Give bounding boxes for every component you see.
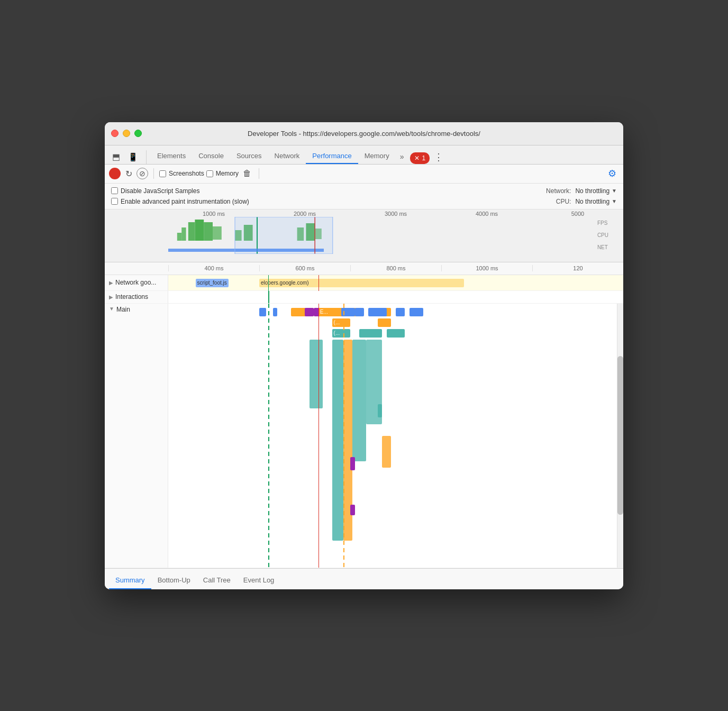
settings-row-2: Enable advanced paint instrumentation (s… [111, 196, 617, 207]
main-track-row: ▼ Main E... (... [105, 304, 623, 568]
advanced-paint-text: Enable advanced paint instrumentation (s… [121, 198, 249, 205]
memory-checkbox-label[interactable]: Memory [206, 170, 239, 177]
fb-orange-tall-2[interactable] [382, 436, 391, 468]
selection-overlay[interactable] [235, 217, 333, 254]
inspect-element-icon[interactable]: ⬒ [109, 150, 123, 164]
cpu-label: CPU: [556, 198, 571, 205]
reload-button[interactable]: ↻ [123, 168, 134, 179]
minimize-button[interactable] [123, 130, 130, 137]
clear-recordings-button[interactable]: 🗑 [241, 168, 253, 179]
overview-mark-1000: 1000 ms [168, 211, 259, 217]
settings-right: ⚙ [605, 167, 619, 180]
fb-purple-small[interactable] [350, 505, 355, 515]
settings-left-2: Enable advanced paint instrumentation (s… [111, 198, 556, 205]
svg-rect-4 [204, 222, 213, 241]
device-mode-icon[interactable]: 📱 [126, 150, 140, 164]
fb-teal-2[interactable] [387, 329, 405, 338]
tabs-bar: ⬒ 📱 Elements Console Sources Network Per… [105, 145, 623, 165]
divider [153, 168, 154, 179]
fb-blue-6[interactable] [396, 308, 405, 316]
main-track-name: Main [116, 306, 130, 313]
close-button[interactable] [111, 130, 119, 137]
network-track-row: ▶ Network goo... script_foot.js elopers.… [105, 275, 623, 291]
settings-right-1: Network: No throttling ▼ [546, 187, 617, 195]
svg-rect-1 [181, 227, 186, 241]
network-track-content: script_foot.js elopers.google.com) [168, 275, 623, 291]
clear-button[interactable]: ⊘ [136, 168, 148, 179]
scrollbar[interactable] [617, 304, 623, 568]
fb-teal-thin[interactable] [378, 404, 383, 417]
tab-memory[interactable]: Memory [358, 149, 396, 164]
bottom-tab-call-tree[interactable]: Call Tree [197, 572, 237, 589]
main-green-dashed [268, 304, 269, 568]
fb-purple-1[interactable] [305, 308, 314, 316]
divider2 [259, 168, 259, 179]
network-track-label[interactable]: ▶ Network goo... [105, 275, 168, 290]
main-track-content[interactable]: E... (... (... [168, 304, 623, 568]
more-options-icon[interactable]: ⋮ [430, 150, 448, 164]
record-button[interactable] [109, 168, 121, 179]
fb-blue-1[interactable] [259, 308, 266, 316]
advanced-paint-label[interactable]: Enable advanced paint instrumentation (s… [111, 198, 556, 205]
net-label: NET [597, 244, 608, 250]
screenshots-checkbox-label[interactable]: Screenshots [159, 170, 204, 177]
fb-teal-tall-1[interactable] [310, 340, 323, 408]
network-seg-2[interactable]: elopers.google.com) [259, 279, 464, 287]
time-mark-120: 120 [532, 265, 623, 271]
time-mark-1000: 1000 ms [441, 265, 532, 271]
main-orange-dashed [343, 304, 344, 568]
time-mark-800: 800 ms [350, 265, 441, 271]
disable-js-checkbox[interactable] [111, 187, 118, 194]
tab-performance[interactable]: Performance [306, 149, 358, 164]
fb-paren-1[interactable]: (... [332, 318, 350, 327]
fps-label: FPS [597, 220, 608, 226]
traffic-lights [111, 130, 142, 137]
scrollbar-thumb[interactable] [617, 356, 623, 514]
tab-elements[interactable]: Elements [151, 149, 192, 164]
tab-console[interactable]: Console [192, 149, 230, 164]
overview-mark-2000: 2000 ms [259, 211, 350, 217]
overview-side-labels: FPS CPU NET [597, 217, 608, 254]
disable-js-label[interactable]: Disable JavaScript Samples [111, 187, 546, 195]
svg-rect-5 [213, 226, 222, 240]
fb-purple-tall[interactable] [350, 457, 355, 470]
maximize-button[interactable] [134, 130, 142, 137]
fb-paren-2[interactable]: (... [332, 329, 350, 338]
disable-js-text: Disable JavaScript Samples [121, 187, 199, 195]
bottom-tabs-bar: Summary Bottom-Up Call Tree Event Log [105, 568, 623, 589]
bottom-tab-summary[interactable]: Summary [109, 572, 151, 589]
advanced-paint-checkbox[interactable] [111, 198, 118, 205]
main-track-label[interactable]: ▼ Main [105, 304, 168, 568]
network-seg-1[interactable]: script_foot.js [196, 279, 229, 287]
settings-left-1: Disable JavaScript Samples [111, 187, 546, 195]
tab-network[interactable]: Network [268, 149, 306, 164]
time-ruler: 400 ms 600 ms 800 ms 1000 ms 120 [105, 262, 623, 275]
interactions-track-label[interactable]: ▶ Interactions [105, 291, 168, 303]
network-throttle-select[interactable]: No throttling ▼ [575, 187, 617, 195]
settings-bar: Disable JavaScript Samples Network: No t… [105, 184, 623, 209]
settings-gear-button[interactable]: ⚙ [605, 167, 619, 180]
fb-teal-tall-2[interactable] [332, 340, 344, 541]
network-chevron: ▶ [109, 280, 113, 286]
fb-teal-1[interactable] [359, 329, 382, 338]
timeline-overview[interactable]: 1000 ms 2000 ms 3000 ms 4000 ms 5000 [105, 209, 623, 262]
bottom-tab-bottom-up[interactable]: Bottom-Up [151, 572, 197, 589]
fb-teal-tall-3[interactable] [352, 340, 366, 461]
tab-sources[interactable]: Sources [230, 149, 268, 164]
network-throttle-value: No throttling [575, 187, 609, 195]
fb-blue-2[interactable] [273, 308, 278, 316]
flame-chart-area: 400 ms 600 ms 800 ms 1000 ms 120 ▶ Netwo… [105, 262, 623, 568]
fb-blue-5[interactable] [368, 308, 386, 316]
fb-blue-7[interactable] [410, 308, 423, 316]
fb-blue-4[interactable] [355, 308, 364, 316]
cpu-throttle-select[interactable]: No throttling ▼ [575, 198, 617, 205]
interactions-green-line [268, 291, 269, 303]
fb-orange-3[interactable] [378, 318, 392, 327]
error-badge[interactable]: ✕ 1 [410, 152, 430, 164]
more-tabs-icon[interactable]: » [396, 149, 408, 164]
time-ruler-marks: 400 ms 600 ms 800 ms 1000 ms 120 [168, 265, 623, 271]
network-track-name: Network goo... [115, 279, 156, 286]
bottom-tab-event-log[interactable]: Event Log [237, 572, 281, 589]
screenshots-checkbox[interactable] [159, 170, 166, 177]
memory-checkbox[interactable] [206, 170, 213, 177]
